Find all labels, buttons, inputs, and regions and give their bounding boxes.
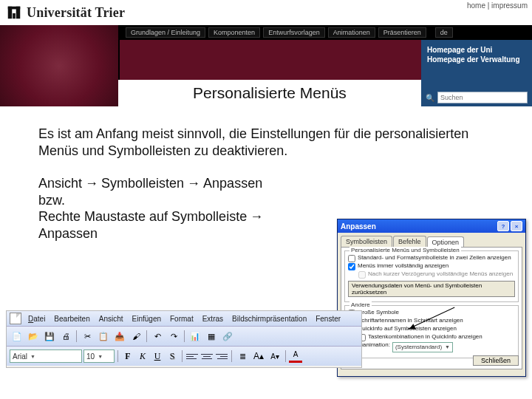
menu-bar: Datei Bearbeiten Ansicht Einfügen Format… <box>7 311 361 327</box>
font-combo[interactable]: Arial▼ <box>10 349 82 363</box>
chk-delay[interactable]: Nach kurzer Verzögerung vollständige Men… <box>358 271 515 279</box>
top-links: home | impressum <box>467 1 528 10</box>
print-icon[interactable]: 🖨 <box>58 329 73 344</box>
arrow-icon: → <box>250 208 263 225</box>
menu-ansicht[interactable]: Ansicht <box>95 314 127 324</box>
menu-extras[interactable]: Extras <box>199 314 227 324</box>
underline-button[interactable]: U <box>151 349 164 363</box>
search-input[interactable] <box>437 92 528 103</box>
redo-icon[interactable]: ↷ <box>166 329 181 344</box>
chk-quickinfo[interactable]: QuickInfo auf Symbolleisten anzeigen <box>348 326 515 333</box>
group-other: Andere Große Symbole Schriftartennamen i… <box>344 305 519 358</box>
tab-toolbars[interactable]: Symbolleisten <box>341 236 392 247</box>
paste-icon[interactable]: 📥 <box>112 329 127 344</box>
intro-paragraph: Es ist am Anfang meist sinnvoll, die Ein… <box>38 126 494 159</box>
dialog-title: Anpassen <box>341 222 376 231</box>
dialog-titlebar[interactable]: Anpassen ? × <box>338 219 525 233</box>
menu-format[interactable]: Format <box>166 314 197 324</box>
arrow-icon: → <box>187 175 200 192</box>
size-combo[interactable]: 10▼ <box>83 349 115 363</box>
new-icon[interactable]: 📄 <box>10 329 24 344</box>
svg-rect-2 <box>8 7 21 10</box>
chk-full-menus[interactable]: Menüs immer vollständig anzeigen <box>348 263 515 270</box>
increase-font-icon[interactable]: A▴ <box>251 349 266 364</box>
menu-animation: Menüanimation: (Systemstandard)▼ <box>348 342 515 352</box>
university-logo: Universität Trier <box>6 4 125 21</box>
tab-options[interactable]: Optionen <box>427 236 465 248</box>
side-panel: Homepage der Uni Homepage der Verwaltung… <box>421 40 532 106</box>
shadow-button[interactable]: S <box>166 349 179 363</box>
undo-icon[interactable]: ↶ <box>150 329 165 344</box>
dialog-tabs: Symbolleisten Befehle Optionen <box>341 236 522 247</box>
doc-icon <box>10 313 21 324</box>
page-title: Personalisierte Menüs <box>193 84 347 102</box>
menu-bearbeiten[interactable]: Bearbeiten <box>50 314 93 324</box>
page-title-band: Personalisierte Menüs <box>118 80 421 106</box>
copy-icon[interactable]: 📋 <box>96 329 111 344</box>
reset-usage-button[interactable]: Verwendungsdaten von Menü- und Symbollei… <box>348 281 515 297</box>
cut-icon[interactable]: ✂ <box>80 329 95 344</box>
align-center-icon[interactable] <box>200 349 214 363</box>
table-icon[interactable]: ▦ <box>204 329 219 344</box>
chk-two-rows[interactable]: Standard- und Formatsymbolleiste in zwei… <box>348 255 515 262</box>
bullets-icon[interactable]: ≣ <box>235 349 250 364</box>
chart-icon[interactable]: 📊 <box>188 329 202 344</box>
decrease-font-icon[interactable]: A▾ <box>267 349 282 364</box>
format-painter-icon[interactable]: 🖌 <box>129 329 143 344</box>
university-seal <box>0 25 120 106</box>
menu-bildschirm[interactable]: Bildschirmpräsentation <box>228 314 310 324</box>
group-personalized: Personalisierte Menüs und Symbolleisten … <box>344 250 519 302</box>
home-link[interactable]: home <box>467 1 485 10</box>
nav-tab[interactable]: Grundlagen / Einleitung <box>126 27 205 38</box>
standard-toolbar: 📄 📂 💾 🖨 ✂ 📋 📥 🖌 ↶ ↷ 📊 ▦ 🔗 <box>7 327 361 347</box>
impressum-link[interactable]: impressum <box>491 1 528 10</box>
open-icon[interactable]: 📂 <box>26 329 41 344</box>
svg-rect-3 <box>13 13 16 18</box>
side-link-uni[interactable]: Homepage der Uni <box>427 46 526 54</box>
hyperlink-icon[interactable]: 🔗 <box>220 329 235 344</box>
chk-shortcuts[interactable]: Tastenkombinationen in QuickInfo anzeige… <box>358 334 515 341</box>
menu-einfuegen[interactable]: Einfügen <box>129 314 165 324</box>
side-link-admin[interactable]: Homepage der Verwaltung <box>427 55 526 64</box>
chk-large-icons[interactable]: Große Symbole <box>348 310 515 317</box>
menu-datei[interactable]: Datei <box>24 314 49 324</box>
nav-tab[interactable]: Animationen <box>328 27 375 38</box>
italic-button[interactable]: K <box>136 349 149 363</box>
customize-dialog: Anpassen ? × Symbolleisten Befehle Optio… <box>337 219 526 377</box>
nav-tab[interactable]: Komponenten <box>208 27 260 38</box>
align-right-icon[interactable] <box>215 349 228 363</box>
close-button[interactable]: Schließen <box>473 355 519 366</box>
arrow-icon: → <box>85 175 98 192</box>
nav-tab[interactable]: Präsentieren <box>378 27 426 38</box>
format-toolbar: Arial▼ 10▼ F K U S ≣ A▴ A▾ A <box>7 347 361 366</box>
nav-tab[interactable]: Entwurfsvorlagen <box>263 27 325 38</box>
logo-text: Universität Trier <box>27 5 125 21</box>
tab-commands[interactable]: Befehle <box>393 236 426 247</box>
animation-dropdown[interactable]: (Systemstandard)▼ <box>392 342 453 352</box>
align-left-icon[interactable] <box>185 349 199 363</box>
close-icon[interactable]: × <box>511 221 522 231</box>
lang-toggle[interactable]: de <box>435 27 453 38</box>
help-icon[interactable]: ? <box>497 221 509 231</box>
save-icon[interactable]: 💾 <box>42 329 57 344</box>
font-color-icon[interactable]: A <box>289 350 302 363</box>
office-toolbar: Datei Bearbeiten Ansicht Einfügen Format… <box>6 310 362 368</box>
dialog-body: Personalisierte Menüs und Symbolleisten … <box>341 247 522 369</box>
search-icon: 🔍 <box>426 94 434 102</box>
gate-icon <box>6 4 22 21</box>
bold-button[interactable]: F <box>121 349 134 363</box>
menu-fenster[interactable]: Fenster <box>312 314 344 324</box>
